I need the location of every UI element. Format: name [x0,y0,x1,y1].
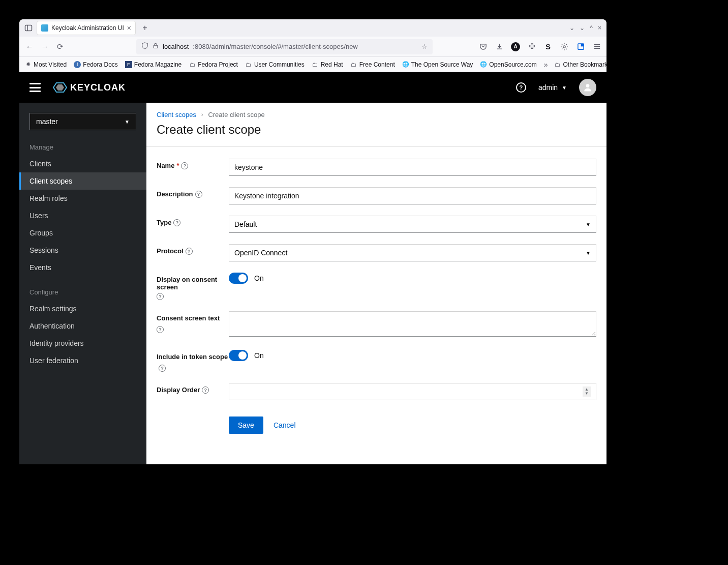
sidebar-item-clients[interactable]: Clients [19,155,146,172]
folder-icon: 🗀 [245,61,252,68]
sidebar-item-realm-roles[interactable]: Realm roles [19,190,146,207]
bookmark-free-content[interactable]: 🗀Free Content [350,61,395,68]
url-host: localhost [163,43,189,50]
sidebar-toggle-icon[interactable] [23,23,34,33]
consent-text-input[interactable] [229,311,596,337]
display-order-input[interactable]: ▲▼ [229,383,596,400]
user-menu[interactable]: admin ▼ [538,83,567,92]
protocol-value: OpenID Connect [234,249,287,257]
folder-icon: 🗀 [350,61,357,68]
hamburger-menu-icon[interactable] [29,83,41,92]
consent-text-label: Consent screen text? [157,311,229,333]
name-input[interactable] [229,159,596,176]
bookmark-red-hat[interactable]: 🗀Red Hat [312,61,343,68]
url-path: :8080/admin/master/console/#/master/clie… [193,43,357,50]
user-name: admin [538,83,558,92]
save-button[interactable]: Save [229,417,263,434]
globe-icon: 🌐 [480,61,487,68]
sidebar-item-events[interactable]: Events [19,259,146,276]
caret-down-icon: ▼ [586,250,591,256]
pocket-icon[interactable] [478,42,488,51]
keycloak-logo[interactable]: KEYCLOAK [53,82,126,93]
name-label: Name * ? [157,159,229,169]
breadcrumb-parent[interactable]: Client scopes [157,111,196,118]
bookmark-user-communities[interactable]: 🗀User Communities [245,61,305,68]
sidebar-item-users[interactable]: Users [19,207,146,224]
forward-button[interactable]: → [40,42,50,52]
other-bookmarks[interactable]: 🗀Other Bookmarks [554,61,606,68]
display-consent-switch[interactable] [229,273,248,284]
sidebar-item-realm-settings[interactable]: Realm settings [19,300,146,317]
caret-down-icon: ▼ [125,119,130,125]
bookmark-star-icon[interactable]: ☆ [421,43,428,50]
ext-square-icon[interactable] [576,42,585,51]
folder-icon: 🗀 [189,61,196,68]
description-label: Description ? [157,187,229,198]
help-icon[interactable]: ? [516,82,526,93]
sidebar-item-user-federation[interactable]: User federation [19,352,146,369]
new-tab-button[interactable]: + [139,22,151,34]
protocol-select[interactable]: OpenID Connect ▼ [229,244,596,261]
minimize-icon[interactable]: ⌄ [580,24,585,32]
folder-icon: 🗀 [554,61,561,68]
include-token-switch[interactable] [229,350,248,361]
browser-window: Keycloak Administration UI × + ⌄ ⌄ ^ × ←… [19,19,606,464]
extensions-icon[interactable] [527,42,536,51]
number-stepper[interactable]: ▲▼ [583,386,591,397]
close-window-icon[interactable]: × [598,24,601,32]
tab-title: Keycloak Administration UI [51,24,124,32]
cancel-button[interactable]: Cancel [274,421,296,429]
sidebar-item-identity-providers[interactable]: Identity providers [19,335,146,352]
include-token-label: Include in token scope? [157,350,229,372]
realm-selector[interactable]: master ▼ [29,113,136,130]
app-menu-icon[interactable] [592,42,601,51]
switch-state: On [254,351,264,360]
sidebar-item-sessions[interactable]: Sessions [19,242,146,259]
type-select[interactable]: Default ▼ [229,216,596,233]
svg-rect-5 [581,44,583,46]
browser-tab[interactable]: Keycloak Administration UI × [37,21,136,35]
configure-section-label: Configure [19,283,146,300]
tabs-dropdown-icon[interactable]: ⌄ [569,24,574,32]
ext-s-icon[interactable]: S [543,42,553,51]
caret-down-icon: ▼ [562,85,567,91]
bookmark-fedora-docs[interactable]: fFedora Docs [74,61,118,68]
bookmark-fedora-project[interactable]: 🗀Fedora Project [189,61,238,68]
help-icon[interactable]: ? [195,191,202,198]
settings-gear-icon[interactable] [560,42,569,51]
maximize-icon[interactable]: ^ [590,24,593,32]
bookmark-most-visited[interactable]: ✸Most Visited [24,61,67,68]
bookmark-opensource-com[interactable]: 🌐OpenSource.com [480,61,536,68]
reload-button[interactable]: ⟳ [55,42,65,52]
svg-point-3 [563,45,565,47]
bookmark-fedora-magazine[interactable]: FFedora Magazine [125,61,181,68]
display-order-label: Display Order ? [157,383,229,394]
help-icon[interactable]: ? [159,365,166,372]
keycloak-favicon [41,24,48,32]
downloads-icon[interactable] [495,42,504,51]
fedora-mag-icon: F [125,61,132,68]
sidebar-item-groups[interactable]: Groups [19,224,146,242]
main-content: Client scopes › Create client scope Crea… [146,103,606,464]
folder-icon: 🗀 [312,61,319,68]
realm-name: master [36,117,58,126]
globe-icon: 🌐 [402,61,409,68]
back-button[interactable]: ← [24,42,35,52]
help-icon[interactable]: ? [173,219,180,226]
close-tab-icon[interactable]: × [127,24,131,32]
help-icon[interactable]: ? [181,162,188,169]
help-icon[interactable]: ? [202,386,209,394]
sidebar-item-authentication[interactable]: Authentication [19,317,146,335]
display-consent-label: Display on consent screen ? [157,273,229,300]
account-icon[interactable]: A [511,42,520,51]
url-bar[interactable]: localhost:8080/admin/master/console/#/ma… [136,39,433,54]
help-icon[interactable]: ? [157,293,164,300]
sidebar-item-client-scopes[interactable]: Client scopes [19,172,146,190]
bookmark-open-source-way[interactable]: 🌐The Open Source Way [402,61,473,68]
help-icon[interactable]: ? [186,248,193,255]
avatar[interactable] [579,79,596,96]
tab-strip: Keycloak Administration UI × + ⌄ ⌄ ^ × [19,19,606,37]
bookmarks-overflow-icon[interactable]: » [544,61,548,69]
description-input[interactable] [229,187,596,204]
help-icon[interactable]: ? [157,326,164,333]
